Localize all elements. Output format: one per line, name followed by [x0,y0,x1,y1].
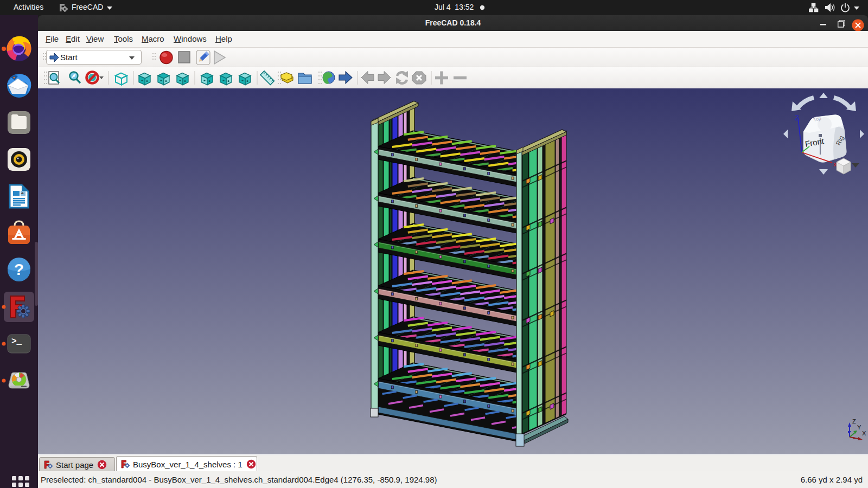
svg-text:Z: Z [795,114,799,122]
svg-text:>_: >_ [11,337,22,346]
svg-text:Z: Z [852,418,856,425]
svg-text:Y: Y [857,424,861,431]
svg-text:?: ? [14,260,24,278]
svg-text:X: X [862,430,866,436]
